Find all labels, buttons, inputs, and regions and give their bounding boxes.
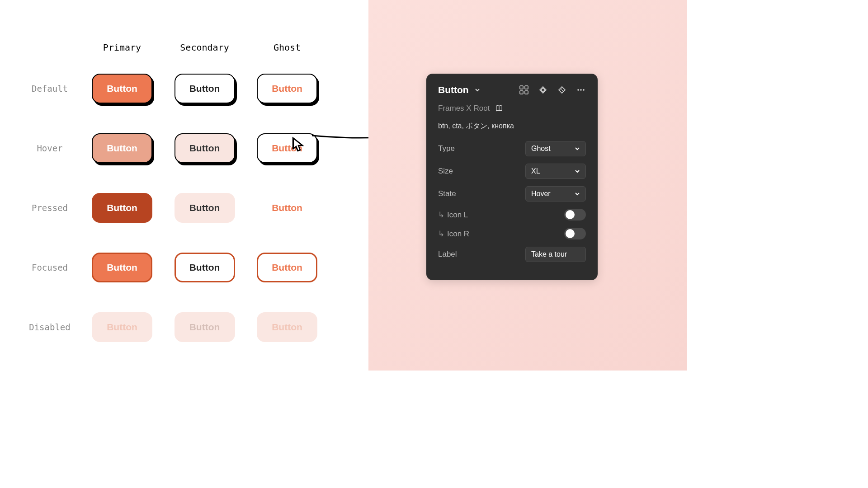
chevron-down-icon[interactable]	[472, 85, 482, 95]
properties-panel: Button Frames X Root btn, cta, ボタン,	[426, 74, 598, 280]
component-grid-icon[interactable]	[519, 85, 529, 95]
button-ghost-hover[interactable]: Button	[257, 133, 317, 163]
prop-size-label: Size	[438, 167, 453, 176]
button-secondary-pressed[interactable]: Button	[175, 193, 235, 223]
column-header-primary: Primary	[81, 42, 163, 53]
row-label-disabled: Disabled	[18, 322, 81, 332]
indent-icon: ↳	[438, 230, 444, 238]
button-secondary-focused[interactable]: Button	[175, 253, 235, 282]
button-secondary-disabled: Button	[175, 312, 235, 342]
book-icon[interactable]	[494, 103, 504, 113]
chevron-down-icon	[575, 191, 580, 197]
indent-icon: ↳	[438, 211, 444, 219]
type-select[interactable]: Ghost	[525, 141, 586, 156]
row-label-focused: Focused	[18, 263, 81, 272]
row-label-pressed: Pressed	[18, 203, 81, 213]
size-select-value: XL	[531, 167, 540, 175]
button-primary-pressed[interactable]: Button	[92, 193, 152, 223]
button-ghost-pressed[interactable]: Button	[257, 193, 317, 223]
button-secondary-hover[interactable]: Button	[175, 133, 235, 163]
label-input[interactable]: Take a tour	[525, 247, 586, 262]
svg-rect-2	[520, 91, 523, 94]
svg-rect-5	[541, 88, 545, 92]
prop-state-label: State	[438, 189, 456, 198]
column-header-secondary: Secondary	[163, 42, 246, 53]
button-secondary-default[interactable]: Button	[175, 74, 235, 103]
column-header-ghost: Ghost	[246, 42, 328, 53]
chevron-down-icon	[575, 169, 580, 174]
diamond-icon[interactable]	[538, 85, 548, 95]
button-ghost-disabled: Button	[257, 312, 317, 342]
state-select-value: Hover	[531, 190, 551, 198]
svg-point-8	[580, 89, 582, 91]
panel-title: Button	[438, 84, 469, 95]
button-ghost-focused[interactable]: Button	[257, 253, 317, 282]
svg-rect-1	[525, 86, 528, 89]
svg-rect-0	[520, 86, 523, 89]
state-select[interactable]: Hover	[525, 186, 586, 202]
button-primary-disabled: Button	[92, 312, 152, 342]
icon-l-toggle[interactable]	[564, 209, 586, 221]
swap-icon[interactable]	[557, 85, 567, 95]
panel-description: btn, cta, ボタン, кнопка	[438, 122, 586, 131]
prop-icon-r-label: ↳Icon R	[438, 229, 469, 239]
button-primary-hover[interactable]: Button	[92, 133, 152, 163]
button-primary-focused[interactable]: Button	[92, 253, 152, 282]
type-select-value: Ghost	[531, 145, 551, 153]
button-primary-default[interactable]: Button	[92, 74, 152, 103]
button-states-grid-area: Primary Secondary Ghost Default Button B…	[0, 0, 368, 371]
chevron-down-icon	[575, 146, 580, 151]
button-matrix: Primary Secondary Ghost Default Button B…	[18, 36, 328, 357]
prop-icon-l-label: ↳Icon L	[438, 210, 468, 220]
svg-point-7	[577, 89, 579, 91]
button-ghost-default[interactable]: Button	[257, 74, 317, 103]
row-label-hover: Hover	[18, 143, 81, 153]
row-label-default: Default	[18, 84, 81, 94]
svg-rect-3	[525, 91, 528, 94]
svg-rect-6	[559, 87, 565, 93]
svg-point-9	[583, 89, 585, 91]
prop-label-label: Label	[438, 250, 457, 259]
more-icon[interactable]	[576, 85, 586, 95]
size-select[interactable]: XL	[525, 164, 586, 179]
icon-r-toggle[interactable]	[564, 228, 586, 239]
panel-subtitle[interactable]: Frames X Root	[438, 104, 490, 113]
prop-type-label: Type	[438, 144, 455, 153]
